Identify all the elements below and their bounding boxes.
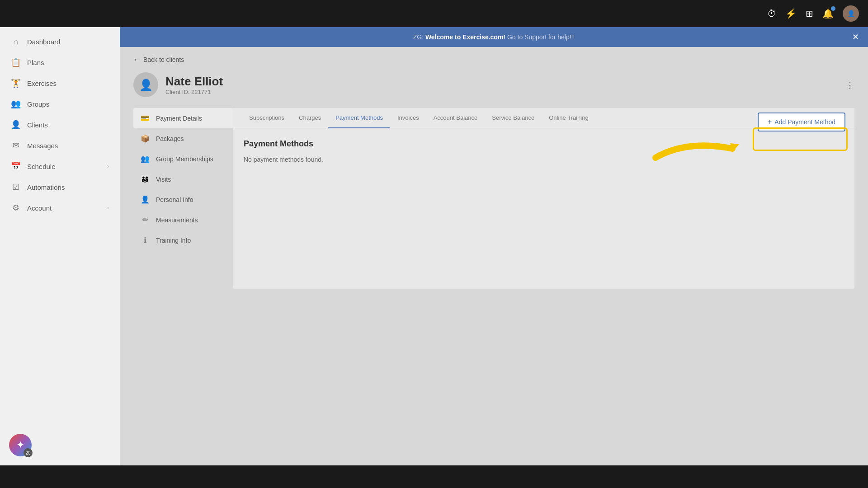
banner-prefix: ZG: [413, 33, 425, 41]
tab-payment-methods[interactable]: Payment Methods [328, 108, 390, 128]
options-menu-button[interactable]: ⋮ [845, 80, 854, 90]
tab-account-balance[interactable]: Account Balance [426, 108, 485, 128]
tab-online-training[interactable]: Online Training [542, 108, 595, 128]
back-arrow-icon: ← [133, 56, 140, 63]
subnav-label-personal-info: Personal Info [156, 196, 193, 203]
sidebar-item-account[interactable]: ⚙ Account › [0, 197, 120, 218]
gear-icon: ⚙ [11, 203, 21, 213]
clipboard-icon: 📋 [11, 57, 21, 67]
sidebar-label-schedule: Schedule [27, 163, 101, 170]
tab-invoices[interactable]: Invoices [390, 108, 426, 128]
page-content: ← Back to clients 👤 Nate Elliot Client I… [120, 47, 868, 298]
sidebar-item-plans[interactable]: 📋 Plans [0, 52, 120, 73]
client-avatar: 👤 [133, 72, 158, 97]
chevron-right-account-icon: › [107, 205, 109, 211]
announcement-banner: ZG: Welcome to Exercise.com! Go to Suppo… [120, 27, 868, 47]
top-nav: ⏱ ⚡ ⊞ 🔔 👤 [767, 0, 868, 27]
bottom-bar [0, 465, 868, 488]
chevron-right-icon: › [107, 163, 109, 169]
subnav-label-training-info: Training Info [156, 237, 191, 244]
box-icon: 📦 [141, 134, 150, 143]
top-bar: ⏱ ⚡ ⊞ 🔔 👤 [0, 0, 868, 27]
subnav-label-payment-details: Payment Details [156, 115, 202, 122]
sidebar-logo[interactable]: ✦ 20 [9, 434, 32, 456]
subnav-visits[interactable]: 👨‍👩‍👧 Visits [133, 169, 233, 189]
banner-welcome: Welcome to Exercise.com! [425, 33, 505, 41]
subnav-packages[interactable]: 📦 Packages [133, 128, 233, 149]
main-content: ZG: Welcome to Exercise.com! Go to Suppo… [120, 27, 868, 465]
sidebar-label-messages: Messages [27, 142, 109, 150]
panel-title: Payment Methods [244, 139, 844, 149]
subnav-group-memberships[interactable]: 👥 Group Memberships [133, 149, 233, 169]
subnav-payment-details[interactable]: 💳 Payment Details [133, 108, 233, 128]
bell-icon[interactable]: 🔔 [822, 8, 834, 19]
pencil-icon: ✏ [141, 216, 150, 224]
sidebar-label-groups: Groups [27, 100, 109, 108]
empty-state-message: No payment methods found. [244, 156, 844, 163]
add-payment-btn-label: Add Payment Method [774, 118, 835, 126]
sidebar-bottom: ✦ 20 [9, 434, 32, 456]
back-link-label: Back to clients [143, 56, 184, 63]
client-id: Client ID: 221771 [165, 89, 223, 95]
sidebar-item-dashboard[interactable]: ⌂ Dashboard [0, 32, 120, 52]
tab-service-balance[interactable]: Service Balance [485, 108, 542, 128]
sidebar-label-plans: Plans [27, 59, 109, 66]
back-to-clients-link[interactable]: ← Back to clients [133, 56, 854, 63]
info-icon: ℹ [141, 236, 150, 244]
people-icon: 👨‍👩‍👧 [141, 175, 150, 183]
avatar[interactable]: 👤 [843, 5, 859, 22]
add-payment-method-button[interactable]: + Add Payment Method [758, 113, 845, 131]
sidebar-label-automations: Automations [27, 183, 109, 191]
home-icon: ⌂ [11, 37, 21, 47]
subnav-label-visits: Visits [156, 176, 171, 183]
users-icon: 👥 [11, 99, 21, 109]
person-circle-icon: 👤 [141, 195, 150, 204]
group-icon: 👥 [141, 155, 150, 163]
subnav-label-packages: Packages [156, 135, 184, 142]
grid-icon[interactable]: ⊞ [806, 8, 813, 19]
sidebar-item-groups[interactable]: 👥 Groups [0, 94, 120, 114]
sidebar: ⌂ Dashboard 📋 Plans 🏋 Exercises 👥 Groups… [0, 27, 120, 465]
sidebar-item-automations[interactable]: ☑ Automations [0, 177, 120, 197]
notification-badge [831, 6, 835, 11]
client-info: Nate Elliot Client ID: 221771 [165, 75, 223, 95]
person-icon: 👤 [11, 120, 21, 130]
sidebar-label-exercises: Exercises [27, 80, 109, 87]
subnav-label-group-memberships: Group Memberships [156, 155, 213, 163]
sub-nav: 💳 Payment Details 📦 Packages 👥 Group Mem… [133, 108, 233, 289]
tab-subscriptions[interactable]: Subscriptions [242, 108, 292, 128]
panel-body: Payment Methods No payment methods found… [233, 128, 854, 174]
client-name: Nate Elliot [165, 75, 223, 89]
sidebar-item-schedule[interactable]: 📅 Schedule › [0, 156, 120, 177]
client-header: 👤 Nate Elliot Client ID: 221771 ⋮ [133, 72, 854, 97]
sidebar-label-account: Account [27, 204, 101, 212]
calendar-icon: 📅 [11, 161, 21, 171]
clock-icon[interactable]: ⏱ [767, 9, 776, 19]
envelope-icon: ✉ [11, 141, 21, 150]
sidebar-item-clients[interactable]: 👤 Clients [0, 114, 120, 135]
card-icon: 💳 [141, 114, 150, 122]
sidebar-label-clients: Clients [27, 121, 109, 129]
sidebar-label-dashboard: Dashboard [27, 38, 109, 46]
plus-icon: + [768, 118, 772, 126]
tab-charges[interactable]: Charges [292, 108, 328, 128]
two-col-layout: 💳 Payment Details 📦 Packages 👥 Group Mem… [133, 108, 854, 289]
check-square-icon: ☑ [11, 182, 21, 192]
sidebar-item-messages[interactable]: ✉ Messages [0, 135, 120, 156]
dumbbell-icon: 🏋 [11, 78, 21, 88]
subnav-measurements[interactable]: ✏ Measurements [133, 210, 233, 230]
banner-suffix: Go to Support for help!!! [507, 33, 575, 41]
sidebar-logo-badge: 20 [24, 448, 33, 457]
sidebar-item-exercises[interactable]: 🏋 Exercises [0, 73, 120, 94]
subnav-training-info[interactable]: ℹ Training Info [133, 230, 233, 250]
subnav-label-measurements: Measurements [156, 216, 198, 224]
right-panel: Subscriptions Charges Payment Methods In… [233, 108, 854, 289]
lightning-icon[interactable]: ⚡ [785, 8, 797, 19]
banner-close-button[interactable]: ✕ [852, 32, 859, 42]
subnav-personal-info[interactable]: 👤 Personal Info [133, 189, 233, 210]
